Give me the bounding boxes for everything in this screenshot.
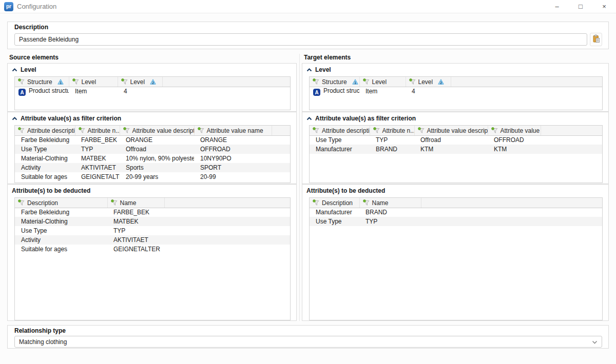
column-header-description[interactable]: Description (15, 198, 107, 208)
target-deducted-table[interactable]: DescriptionNameManufacturerBRANDUse Type… (310, 198, 602, 226)
table-row[interactable]: ManufacturerBRAND (310, 208, 602, 217)
table-cell: Use Type (310, 217, 359, 226)
collapse-chevron-up-icon[interactable] (12, 68, 17, 72)
paste-button[interactable] (590, 33, 602, 46)
table-cell: MATBEK (75, 154, 120, 163)
table-cell-filler (164, 235, 290, 245)
table-cell-filler (272, 145, 290, 154)
app-logo-icon: pr (4, 2, 13, 11)
table-row[interactable]: AProduct structureItem4 (310, 87, 602, 96)
section-title: Attribute(s) to be deducted (12, 187, 90, 194)
relationship-type-select[interactable]: Matching clothing (14, 336, 602, 348)
source-filter-section-header[interactable]: Attribute value(s) as filter criterion (8, 112, 296, 124)
column-header-structure[interactable]: Structure1 (310, 77, 359, 87)
collapse-chevron-up-icon[interactable] (12, 117, 17, 120)
filter-funnel-icon (121, 78, 128, 85)
column-header-attribute-value-description[interactable]: Attribute value description (414, 126, 488, 135)
window-title: Configuration (17, 3, 56, 10)
source-level-section-header[interactable]: Level (8, 64, 296, 75)
table-row[interactable]: Use TypeTYPOffroadOFFROAD (310, 135, 602, 145)
minimize-button[interactable]: – (545, 0, 569, 13)
column-header-filler (451, 77, 602, 87)
table-cell: ORANGE (120, 135, 194, 145)
relationship-type-label: Relationship type (14, 327, 602, 334)
table-cell: KTM (488, 145, 541, 154)
filter-funnel-icon (409, 78, 416, 85)
table-cell: Use Type (15, 226, 107, 235)
column-header-structure[interactable]: Structure1 (15, 77, 69, 87)
target-level-section: Level Structure1LevelLevel2AProduct stru… (302, 63, 609, 112)
target-level-table[interactable]: Structure1LevelLevel2AProduct structureI… (310, 77, 602, 96)
table-cell: FARBE_BEK (75, 135, 120, 145)
table-row[interactable]: Material-ClothingMATBEK (15, 217, 290, 226)
table-cell-filler (451, 87, 602, 96)
table-row[interactable]: AProduct structureItem4 (15, 87, 290, 96)
column-header-attribute-value-n-[interactable]: Attribute value n... (488, 126, 541, 135)
table-cell-filler (164, 208, 290, 217)
source-deducted-table[interactable]: DescriptionNameFarbe BekleidungFARBE_BEK… (15, 198, 290, 254)
source-filter-table[interactable]: Attribute descriptionAttribute n...Attri… (15, 126, 290, 181)
target-filter-table[interactable]: Attribute descriptionAttribute n...Attri… (310, 126, 602, 154)
target-filter-section: Attribute value(s) as filter criterion A… (302, 112, 609, 184)
column-header-level[interactable]: Level (69, 77, 118, 87)
table-cell: ORANGE (194, 135, 272, 145)
table-row[interactable]: Use TypeTYP (15, 226, 290, 235)
table-cell: Manufacturer (310, 145, 370, 154)
sort-order-icon: 2 (438, 79, 444, 85)
table-cell-filler (541, 135, 602, 145)
description-label: Description (14, 24, 602, 31)
filter-funnel-icon (313, 199, 320, 206)
table-cell: BRAND (370, 145, 414, 154)
table-cell: Material-Clothing (15, 154, 75, 163)
filter-funnel-icon (72, 78, 80, 85)
column-header-level[interactable]: Level2 (118, 77, 162, 87)
table-row[interactable]: Use TypeTYP (310, 217, 602, 226)
table-cell: Use Type (15, 145, 75, 154)
column-header-attribute-description[interactable]: Attribute description (310, 126, 370, 135)
table-cell: OFFROAD (194, 145, 272, 154)
table-cell-filler (164, 217, 290, 226)
close-button[interactable]: × (592, 0, 616, 13)
table-row[interactable]: Suitable for agesGEIGNETALTER (15, 245, 290, 254)
column-header-attribute-n-[interactable]: Attribute n... (370, 126, 414, 135)
description-input[interactable] (14, 33, 587, 46)
table-cell: Suitable for ages (15, 172, 75, 181)
column-header-filler (162, 77, 290, 87)
maximize-button[interactable]: □ (569, 0, 592, 13)
target-level-section-header[interactable]: Level (302, 64, 608, 75)
column-header-attribute-description[interactable]: Attribute description (15, 126, 75, 135)
column-header-description[interactable]: Description (310, 198, 359, 208)
filter-funnel-icon (418, 127, 425, 134)
column-header-level[interactable]: Level2 (406, 77, 451, 87)
target-filter-section-header[interactable]: Attribute value(s) as filter criterion (302, 112, 608, 124)
table-row[interactable]: Farbe BekleidungFARBE_BEKORANGEORANGE (15, 135, 290, 145)
column-splitter[interactable] (299, 54, 300, 321)
table-cell: 20-99 (194, 172, 272, 181)
source-level-table[interactable]: Structure1LevelLevel2AProduct structureI… (15, 77, 290, 96)
table-cell: Suitable for ages (15, 245, 107, 254)
column-header-name[interactable]: Name (107, 198, 164, 208)
column-header-attribute-n-[interactable]: Attribute n... (75, 126, 120, 135)
column-header-name[interactable]: Name (359, 198, 421, 208)
table-row[interactable]: ActivityAKTIVITAETSportsSPORT (15, 163, 290, 172)
table-row[interactable]: Material-ClothingMATBEK10% nylon, 90% po… (15, 154, 290, 163)
table-cell: Activity (15, 163, 75, 172)
attribute-type-icon: A (313, 89, 320, 96)
table-row[interactable]: Farbe BekleidungFARBE_BEK (15, 208, 290, 217)
filter-funnel-icon (79, 127, 86, 134)
title-bar: pr Configuration – □ × (0, 0, 616, 13)
filter-funnel-icon (18, 199, 25, 206)
source-deducted-section-header: Attribute(s) to be deducted (8, 185, 296, 196)
collapse-chevron-up-icon[interactable] (306, 68, 312, 72)
table-row[interactable]: ActivityAKTIVITAET (15, 235, 290, 245)
collapse-chevron-up-icon[interactable] (306, 117, 312, 120)
table-row[interactable]: Suitable for agesGEIGNETALTER20-99 years… (15, 172, 290, 181)
column-header-level[interactable]: Level (359, 77, 406, 87)
column-header-attribute-value-description[interactable]: Attribute value description (120, 126, 194, 135)
table-row[interactable]: ManufacturerBRANDKTMKTM (310, 145, 602, 154)
dialog-content: Description Source eleme (0, 13, 616, 349)
table-cell-filler (421, 208, 602, 217)
table-row[interactable]: Use TypeTYPOffroadOFFROAD (15, 145, 290, 154)
table-cell: OFFROAD (488, 135, 541, 145)
column-header-attribute-value-name[interactable]: Attribute value name (194, 126, 272, 135)
